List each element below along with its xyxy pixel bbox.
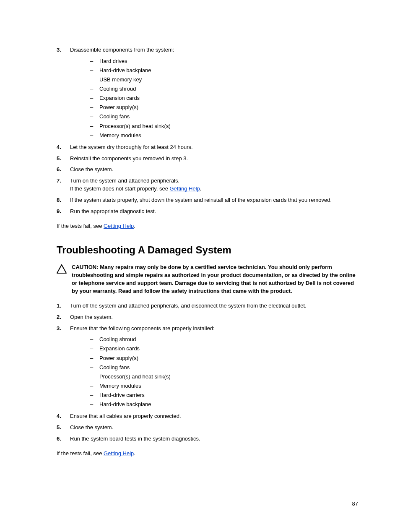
text-fragment: If the system does not start properly, s… (70, 185, 169, 192)
procedure-list-bottom: 1. Turn off the system and attached peri… (57, 302, 358, 443)
step-body: Turn on the system and attached peripher… (70, 177, 358, 193)
step-number: 9. (57, 208, 70, 216)
sublist-item: Cooling shroud (90, 84, 358, 94)
caution-body: Many repairs may only be done by a certi… (72, 264, 356, 294)
step-text-line1: Turn on the system and attached peripher… (70, 177, 358, 185)
step-text: Ensure that the following components are… (70, 325, 215, 331)
sublist-item: Expansion cards (90, 94, 358, 103)
step-7: 7. Turn on the system and attached perip… (57, 177, 358, 193)
step-5: 5. Reinstall the components you removed … (57, 155, 358, 163)
text-fragment: If the tests fail, see (57, 450, 104, 456)
text-fragment: If the tests fail, see (57, 223, 104, 229)
step-number: 4. (57, 143, 70, 151)
page: 3. Disassemble components from the syste… (0, 0, 400, 532)
sublist-item: Memory modules (90, 381, 358, 391)
step-number: 7. (57, 177, 70, 193)
svg-marker-0 (57, 265, 66, 273)
step-text: Close the system. (70, 166, 358, 174)
procedure-list-top: 3. Disassemble components from the syste… (57, 46, 358, 216)
step-8: 8. If the system starts properly, shut d… (57, 196, 358, 204)
step-text-line2: If the system does not start properly, s… (70, 185, 358, 193)
caution-icon (57, 263, 72, 295)
getting-help-link[interactable]: Getting Help (104, 450, 134, 456)
step-text: Reinstall the components you removed in … (70, 155, 358, 163)
step-number: 3. (57, 325, 70, 409)
caution-text: CAUTION: Many repairs may only be done b… (72, 263, 358, 295)
caution-label: CAUTION: (72, 264, 100, 270)
step-text: Disassemble components from the system: (70, 47, 174, 53)
step-number: 5. (57, 155, 70, 163)
step-6: 6. Run the system board tests in the sys… (57, 435, 358, 443)
getting-help-link[interactable]: Getting Help (169, 185, 200, 192)
step-number: 6. (57, 166, 70, 174)
step-text: Ensure that all cables are properly conn… (70, 412, 358, 420)
step-2: 2. Open the system. (57, 313, 358, 321)
step-3-sublist: Hard drives Hard-drive backplane USB mem… (70, 57, 358, 140)
step-text: Let the system dry thoroughly for at lea… (70, 143, 358, 151)
step-4: 4. Ensure that all cables are properly c… (57, 412, 358, 420)
step-5: 5. Close the system. (57, 424, 358, 432)
step-number: 1. (57, 302, 70, 310)
sublist-item: Processor(s) and heat sink(s) (90, 122, 358, 131)
step-number: 2. (57, 313, 70, 321)
step-text: Run the system board tests in the system… (70, 435, 358, 443)
step-6: 6. Close the system. (57, 166, 358, 174)
caution-block: CAUTION: Many repairs may only be done b… (57, 263, 358, 295)
getting-help-link[interactable]: Getting Help (104, 223, 134, 229)
step-text: Close the system. (70, 424, 358, 432)
sublist-item: Hard-drive backplane (90, 66, 358, 75)
step-4: 4. Let the system dry thoroughly for at … (57, 143, 358, 151)
sublist-item: Hard-drive backplane (90, 400, 358, 409)
step-number: 4. (57, 412, 70, 420)
sublist-item: Hard drives (90, 57, 358, 66)
step-body: Ensure that the following components are… (70, 325, 358, 409)
step-1: 1. Turn off the system and attached peri… (57, 302, 358, 310)
trailing-note-top: If the tests fail, see Getting Help. (57, 222, 358, 230)
step-3-sublist: Cooling shroud Expansion cards Power sup… (70, 335, 358, 409)
step-3: 3. Disassemble components from the syste… (57, 46, 358, 140)
step-number: 8. (57, 196, 70, 204)
step-body: Disassemble components from the system: … (70, 46, 358, 140)
sublist-item: Hard-drive carriers (90, 391, 358, 400)
step-text: If the system starts properly, shut down… (70, 196, 358, 204)
step-3: 3. Ensure that the following components … (57, 325, 358, 409)
step-number: 6. (57, 435, 70, 443)
step-number: 3. (57, 46, 70, 140)
page-number: 87 (352, 501, 358, 507)
trailing-note-bottom: If the tests fail, see Getting Help. (57, 450, 358, 458)
step-text: Turn off the system and attached periphe… (70, 302, 358, 310)
sublist-item: Power supply(s) (90, 103, 358, 112)
sublist-item: Expansion cards (90, 344, 358, 353)
sublist-item: Cooling fans (90, 363, 358, 372)
text-fragment: . (200, 185, 202, 192)
step-text: Open the system. (70, 313, 358, 321)
sublist-item: Processor(s) and heat sink(s) (90, 372, 358, 381)
sublist-item: Memory modules (90, 131, 358, 140)
sublist-item: USB memory key (90, 75, 358, 84)
step-text: Run the appropriate diagnostic test. (70, 208, 358, 216)
sublist-item: Cooling fans (90, 112, 358, 121)
sublist-item: Cooling shroud (90, 335, 358, 344)
step-9: 9. Run the appropriate diagnostic test. (57, 208, 358, 216)
text-fragment: . (134, 223, 135, 229)
text-fragment: . (134, 450, 135, 456)
step-number: 5. (57, 424, 70, 432)
section-heading: Troubleshooting A Damaged System (57, 244, 358, 256)
sublist-item: Power supply(s) (90, 354, 358, 363)
